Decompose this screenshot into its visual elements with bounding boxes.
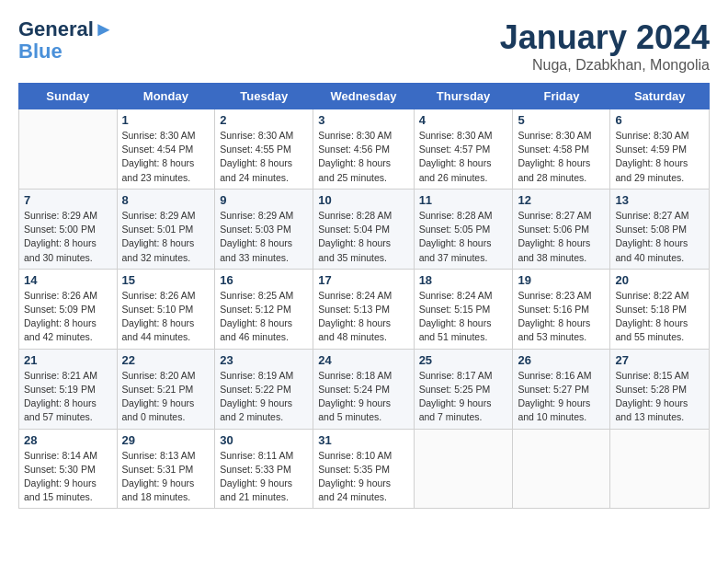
day-number: 14 <box>24 273 112 287</box>
calendar-cell: 30Sunrise: 8:11 AMSunset: 5:33 PMDayligh… <box>215 429 313 509</box>
calendar-cell: 13Sunrise: 8:27 AMSunset: 5:08 PMDayligh… <box>610 189 710 269</box>
calendar-cell: 7Sunrise: 8:29 AMSunset: 5:00 PMDaylight… <box>19 189 118 269</box>
day-number: 26 <box>518 353 605 367</box>
logo: General► Blue <box>18 18 114 63</box>
calendar-cell: 17Sunrise: 8:24 AMSunset: 5:13 PMDayligh… <box>313 269 414 349</box>
day-number: 10 <box>318 193 408 207</box>
calendar-cell: 28Sunrise: 8:14 AMSunset: 5:30 PMDayligh… <box>19 429 118 509</box>
day-info: Sunrise: 8:10 AMSunset: 5:35 PMDaylight:… <box>318 449 408 505</box>
month-title: January 2024 <box>500 18 710 57</box>
day-number: 7 <box>24 193 112 207</box>
calendar-cell: 12Sunrise: 8:27 AMSunset: 5:06 PMDayligh… <box>513 189 610 269</box>
day-number: 23 <box>220 353 308 367</box>
calendar-cell: 16Sunrise: 8:25 AMSunset: 5:12 PMDayligh… <box>215 269 313 349</box>
day-info: Sunrise: 8:19 AMSunset: 5:22 PMDaylight:… <box>220 369 308 425</box>
day-number: 6 <box>615 113 704 127</box>
calendar-cell: 26Sunrise: 8:16 AMSunset: 5:27 PMDayligh… <box>513 349 610 429</box>
location-subtitle: Nuga, Dzabkhan, Mongolia <box>500 57 710 74</box>
day-number: 24 <box>318 353 408 367</box>
calendar-cell <box>610 429 710 509</box>
calendar-cell: 3Sunrise: 8:30 AMSunset: 4:56 PMDaylight… <box>313 109 414 190</box>
day-info: Sunrise: 8:29 AMSunset: 5:00 PMDaylight:… <box>24 209 112 265</box>
calendar-cell: 15Sunrise: 8:26 AMSunset: 5:10 PMDayligh… <box>117 269 215 349</box>
day-info: Sunrise: 8:24 AMSunset: 5:13 PMDaylight:… <box>318 289 408 345</box>
day-number: 29 <box>122 433 210 447</box>
day-info: Sunrise: 8:30 AMSunset: 4:58 PMDaylight:… <box>518 129 605 185</box>
weekday-header: Thursday <box>414 84 513 109</box>
day-info: Sunrise: 8:18 AMSunset: 5:24 PMDaylight:… <box>318 369 408 425</box>
page-header: General► Blue January 2024 Nuga, Dzabkha… <box>18 18 710 74</box>
day-number: 20 <box>615 273 704 287</box>
calendar-cell: 14Sunrise: 8:26 AMSunset: 5:09 PMDayligh… <box>19 269 118 349</box>
day-info: Sunrise: 8:27 AMSunset: 5:08 PMDaylight:… <box>615 209 704 265</box>
day-info: Sunrise: 8:29 AMSunset: 5:03 PMDaylight:… <box>220 209 308 265</box>
calendar-week-row: 14Sunrise: 8:26 AMSunset: 5:09 PMDayligh… <box>19 269 710 349</box>
calendar-cell: 18Sunrise: 8:24 AMSunset: 5:15 PMDayligh… <box>414 269 513 349</box>
day-number: 17 <box>318 273 408 287</box>
day-info: Sunrise: 8:11 AMSunset: 5:33 PMDaylight:… <box>220 449 308 505</box>
calendar-week-row: 7Sunrise: 8:29 AMSunset: 5:00 PMDaylight… <box>19 189 710 269</box>
day-number: 1 <box>122 113 210 127</box>
weekday-header: Monday <box>117 84 215 109</box>
day-info: Sunrise: 8:30 AMSunset: 4:57 PMDaylight:… <box>419 129 508 185</box>
calendar-cell: 27Sunrise: 8:15 AMSunset: 5:28 PMDayligh… <box>610 349 710 429</box>
weekday-header: Sunday <box>19 84 118 109</box>
calendar-week-row: 21Sunrise: 8:21 AMSunset: 5:19 PMDayligh… <box>19 349 710 429</box>
day-number: 30 <box>220 433 308 447</box>
calendar-cell: 5Sunrise: 8:30 AMSunset: 4:58 PMDaylight… <box>513 109 610 190</box>
day-number: 5 <box>518 113 605 127</box>
day-number: 25 <box>419 353 508 367</box>
day-number: 3 <box>318 113 408 127</box>
day-number: 8 <box>122 193 210 207</box>
calendar-cell <box>19 109 118 190</box>
day-number: 19 <box>518 273 605 287</box>
calendar-cell: 10Sunrise: 8:28 AMSunset: 5:04 PMDayligh… <box>313 189 414 269</box>
weekday-header: Tuesday <box>215 84 313 109</box>
day-info: Sunrise: 8:16 AMSunset: 5:27 PMDaylight:… <box>518 369 605 425</box>
calendar-week-row: 1Sunrise: 8:30 AMSunset: 4:54 PMDaylight… <box>19 109 710 190</box>
day-number: 31 <box>318 433 408 447</box>
day-info: Sunrise: 8:24 AMSunset: 5:15 PMDaylight:… <box>419 289 508 345</box>
calendar-cell <box>513 429 610 509</box>
calendar-cell: 29Sunrise: 8:13 AMSunset: 5:31 PMDayligh… <box>117 429 215 509</box>
day-number: 11 <box>419 193 508 207</box>
day-info: Sunrise: 8:20 AMSunset: 5:21 PMDaylight:… <box>122 369 210 425</box>
day-number: 12 <box>518 193 605 207</box>
day-info: Sunrise: 8:26 AMSunset: 5:10 PMDaylight:… <box>122 289 210 345</box>
day-info: Sunrise: 8:15 AMSunset: 5:28 PMDaylight:… <box>615 369 704 425</box>
calendar-cell: 11Sunrise: 8:28 AMSunset: 5:05 PMDayligh… <box>414 189 513 269</box>
day-info: Sunrise: 8:13 AMSunset: 5:31 PMDaylight:… <box>122 449 210 505</box>
day-info: Sunrise: 8:22 AMSunset: 5:18 PMDaylight:… <box>615 289 704 345</box>
title-block: January 2024 Nuga, Dzabkhan, Mongolia <box>500 18 710 74</box>
logo-text: General► Blue <box>18 18 114 63</box>
day-number: 2 <box>220 113 308 127</box>
day-info: Sunrise: 8:30 AMSunset: 4:59 PMDaylight:… <box>615 129 704 185</box>
day-number: 18 <box>419 273 508 287</box>
calendar-week-row: 28Sunrise: 8:14 AMSunset: 5:30 PMDayligh… <box>19 429 710 509</box>
calendar-cell: 19Sunrise: 8:23 AMSunset: 5:16 PMDayligh… <box>513 269 610 349</box>
calendar-cell: 22Sunrise: 8:20 AMSunset: 5:21 PMDayligh… <box>117 349 215 429</box>
calendar-cell <box>414 429 513 509</box>
calendar-cell: 23Sunrise: 8:19 AMSunset: 5:22 PMDayligh… <box>215 349 313 429</box>
day-number: 9 <box>220 193 308 207</box>
day-info: Sunrise: 8:28 AMSunset: 5:04 PMDaylight:… <box>318 209 408 265</box>
day-info: Sunrise: 8:30 AMSunset: 4:54 PMDaylight:… <box>122 129 210 185</box>
day-number: 22 <box>122 353 210 367</box>
calendar-cell: 6Sunrise: 8:30 AMSunset: 4:59 PMDaylight… <box>610 109 710 190</box>
day-number: 13 <box>615 193 704 207</box>
day-info: Sunrise: 8:30 AMSunset: 4:56 PMDaylight:… <box>318 129 408 185</box>
day-number: 28 <box>24 433 112 447</box>
weekday-header: Friday <box>513 84 610 109</box>
day-info: Sunrise: 8:28 AMSunset: 5:05 PMDaylight:… <box>419 209 508 265</box>
day-number: 4 <box>419 113 508 127</box>
calendar-cell: 31Sunrise: 8:10 AMSunset: 5:35 PMDayligh… <box>313 429 414 509</box>
day-info: Sunrise: 8:21 AMSunset: 5:19 PMDaylight:… <box>24 369 112 425</box>
calendar-cell: 9Sunrise: 8:29 AMSunset: 5:03 PMDaylight… <box>215 189 313 269</box>
day-info: Sunrise: 8:23 AMSunset: 5:16 PMDaylight:… <box>518 289 605 345</box>
calendar-cell: 2Sunrise: 8:30 AMSunset: 4:55 PMDaylight… <box>215 109 313 190</box>
day-number: 27 <box>615 353 704 367</box>
weekday-header: Wednesday <box>313 84 414 109</box>
calendar-cell: 25Sunrise: 8:17 AMSunset: 5:25 PMDayligh… <box>414 349 513 429</box>
day-info: Sunrise: 8:26 AMSunset: 5:09 PMDaylight:… <box>24 289 112 345</box>
calendar-cell: 24Sunrise: 8:18 AMSunset: 5:24 PMDayligh… <box>313 349 414 429</box>
